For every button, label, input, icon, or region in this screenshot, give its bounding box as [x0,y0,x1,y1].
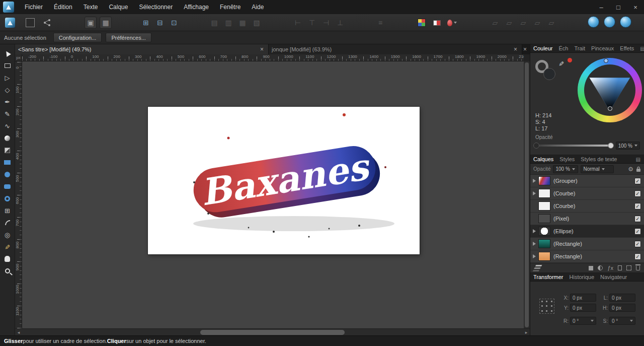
visibility-checkbox[interactable] [634,190,641,197]
expand-arrow-icon[interactable] [530,254,538,258]
recent-color-dot[interactable] [568,58,572,62]
menu-affichage[interactable]: Affichage [178,0,214,14]
tab-effets[interactable]: Effets [620,45,634,51]
rectangle-tool[interactable] [2,157,14,167]
tab-transformer[interactable]: Transformer [533,274,564,280]
zoom-tool[interactable] [2,266,14,276]
snapping-toggle-icon[interactable]: ⊞ [140,17,152,29]
layers-stack-icon[interactable] [535,265,542,266]
contour-tool[interactable]: ◎ [2,230,14,240]
layer-row-ellipse[interactable]: (Ellipse) [530,225,644,238]
rotate-right-icon[interactable]: ▱ [531,17,543,29]
layer-effects-icon[interactable]: ƒx [607,265,613,271]
fill-color-icon[interactable] [446,17,458,29]
place-image-button[interactable]: ▦ [100,17,112,29]
rotate-left-icon[interactable]: ▱ [517,17,529,29]
menu-calque[interactable]: Calque [103,0,133,14]
designer-persona-icon[interactable] [4,17,16,29]
opacity-slider-knob[interactable] [608,143,614,149]
tab-close-icon[interactable]: × [259,46,265,53]
expand-arrow-icon[interactable] [530,242,538,246]
close-button[interactable]: × [627,0,644,14]
lock-icon[interactable] [636,166,641,172]
tab-close-icon[interactable]: × [512,46,519,53]
vector-brush-tool[interactable]: ∿ [2,121,14,131]
x-input[interactable]: 0 px [570,294,596,302]
tab-navigateur[interactable]: Navigateur [600,274,627,280]
canvas-viewport[interactable]: Baxanes [22,61,524,328]
menu-fichier[interactable]: Fichier [19,0,48,14]
expand-arrow-icon[interactable] [530,179,538,183]
vertical-scrollbar-thumb[interactable] [525,62,529,327]
hue-selector-dot[interactable] [604,58,608,63]
node-tool[interactable]: ▷ [2,73,14,83]
ruler-unit-corner[interactable]: px [15,54,22,61]
mask-layer-icon[interactable] [589,266,593,270]
delete-layer-icon[interactable] [636,266,640,270]
embed-document-button[interactable]: ▣ [85,17,97,29]
pencil-tool[interactable]: ✎ [2,109,14,119]
corner-tool[interactable] [2,218,14,228]
arrange-backward-icon[interactable]: ▥ [222,17,234,29]
swatches-grid-icon[interactable] [416,17,428,29]
blue-sphere-icon-2[interactable] [604,16,615,28]
artboard[interactable]: Baxanes [148,107,420,254]
arrange-forward-icon[interactable]: ▦ [236,17,249,29]
tab-trait[interactable]: Trait [575,45,586,51]
donut-tool[interactable] [2,193,14,203]
menu-aide[interactable]: Aide [246,0,269,14]
height-input[interactable]: 0 px [609,304,635,312]
snapshot-flag-icon[interactable] [431,17,443,29]
color-eyedropper-icon[interactable]: ✎ [557,61,565,66]
visibility-checkbox[interactable] [634,241,641,247]
snapping-grid-icon[interactable]: ⊡ [168,17,180,29]
color-picker-tool[interactable]: ✎ [2,242,14,252]
view-tool[interactable] [2,254,14,264]
align-top-icon[interactable]: ⊤ [306,17,318,29]
visibility-checkbox[interactable] [634,228,641,235]
scroll-right-icon[interactable]: ▸ [523,329,530,336]
rotation-input[interactable]: 0 ° [570,317,596,325]
horizontal-scrollbar-thumb[interactable] [200,330,344,335]
horizontal-scrollbar[interactable]: ◂ ▸ [15,328,530,335]
pen-tool[interactable]: ✒ [2,97,14,107]
configuration-button[interactable]: Configuration... [53,33,102,42]
zoom-fit-icon[interactable]: ▱ [545,17,557,29]
expand-arrow-icon[interactable] [530,229,538,233]
visibility-checkbox[interactable] [634,178,641,184]
panel-menu-icon[interactable]: ▤ [640,46,644,51]
snapping-candidates-icon[interactable]: ⊟ [154,17,166,29]
arrange-back-icon[interactable]: ▤ [208,17,220,29]
pixel-persona-icon[interactable] [24,17,36,29]
tab-styles[interactable]: Styles [559,156,575,162]
y-input[interactable]: 0 px [570,304,596,312]
arrange-front-icon[interactable]: ▧ [251,17,263,29]
vertical-scrollbar[interactable] [524,61,530,328]
visibility-checkbox[interactable] [634,203,641,210]
layers-opacity-dropdown[interactable]: 100 % [553,165,578,173]
fill-swatch[interactable] [543,68,555,80]
hue-wheel[interactable] [578,58,642,122]
tab-echantillons[interactable]: Éch [559,45,569,51]
layer-row-grouper[interactable]: (Grouper) [530,175,644,187]
transparency-tool[interactable] [2,145,14,155]
tab-historique[interactable]: Historique [570,274,595,280]
opacity-slider[interactable] [535,145,612,147]
align-left-icon[interactable]: ⊢ [292,17,304,29]
ellipse-tool[interactable] [2,169,14,179]
anchor-point-selector[interactable] [539,299,554,314]
rounded-rectangle-tool[interactable] [2,181,14,191]
visibility-checkbox[interactable] [634,216,641,222]
history-undo-icon[interactable]: ▱ [489,17,501,29]
document-tab-sans-titre[interactable]: <Sans titre> [Modifié] (49.7%) × [15,44,269,54]
menu-selectionner[interactable]: Sélectionner [133,0,178,14]
opacity-value-dropdown[interactable]: 100 % [616,142,640,150]
layer-row-courbe-1[interactable]: (Courbe) [530,187,644,200]
minimize-button[interactable]: – [593,0,610,14]
blue-sphere-icon-1[interactable] [588,16,599,28]
expand-arrow-icon[interactable] [530,191,538,195]
preferences-button[interactable]: Préférences... [106,33,151,42]
export-persona-icon[interactable] [41,17,53,29]
fill-gradient-tool[interactable] [2,133,14,143]
crop-tool[interactable]: ⊞ [2,205,14,216]
